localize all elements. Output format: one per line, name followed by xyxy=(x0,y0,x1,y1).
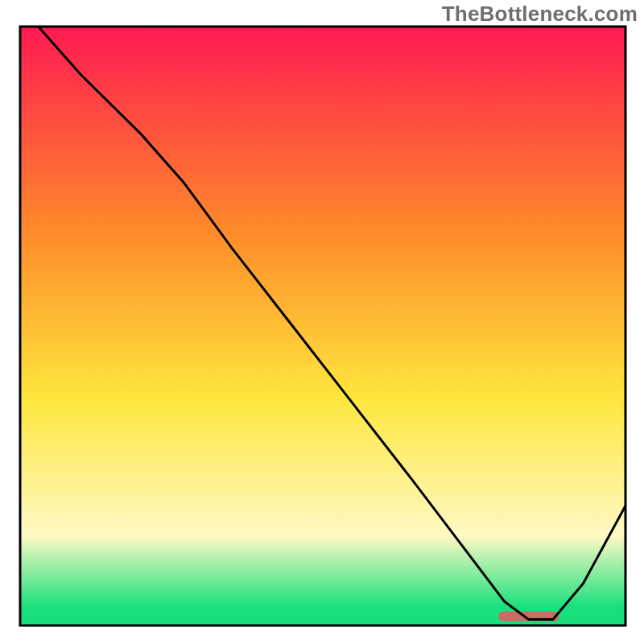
bottleneck-chart xyxy=(0,0,644,644)
chart-stage: TheBottleneck.com xyxy=(0,0,644,644)
plot-background xyxy=(20,27,625,625)
watermark-text: TheBottleneck.com xyxy=(442,2,638,27)
